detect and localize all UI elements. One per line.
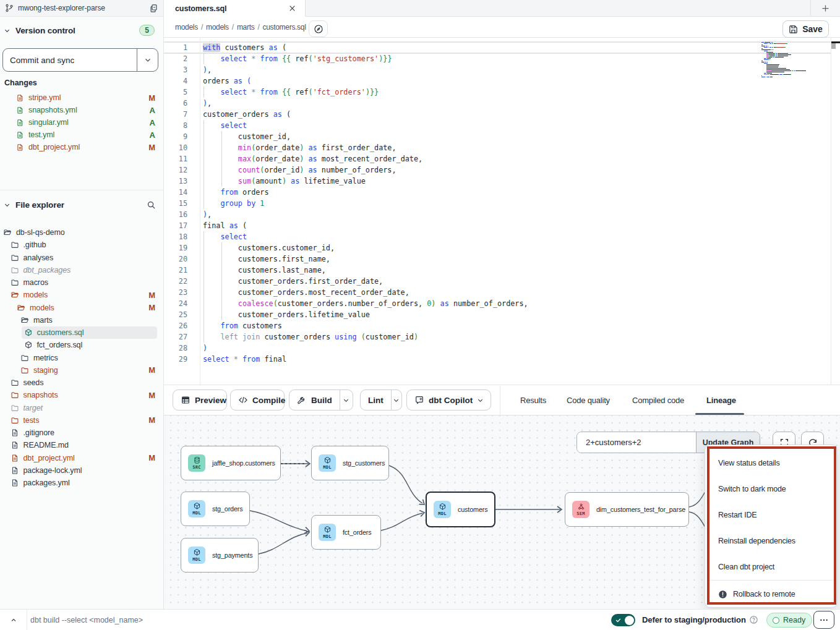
minimap-bar — [769, 59, 770, 60]
code-line-11: 11 max(order_date) as most_recent_order_… — [164, 153, 831, 164]
lineage-edge — [259, 533, 307, 554]
scrollbar-thumb[interactable] — [831, 43, 836, 49]
tree-item-db-sl-qs-demo[interactable]: db-sl-qs-demo — [0, 226, 163, 239]
code-line-13: 13 sum(amount) as lifetime_value — [164, 176, 831, 187]
lineage-node-stg_payments[interactable]: MDLstg_payments — [181, 538, 259, 573]
lineage-node-jaffle_shop.customers[interactable]: SRCjaffle_shop.customers — [181, 446, 281, 480]
tree-item-name: db-sl-qs-demo — [16, 228, 65, 237]
tree-item-fct_orders.sql[interactable]: fct_orders.sql — [0, 339, 163, 351]
code-line-20: 20 customers.first_name, — [164, 253, 831, 265]
line-number: 16 — [164, 209, 187, 220]
tree-item-models[interactable]: modelsM — [0, 289, 163, 301]
minimap-bar — [795, 70, 805, 71]
tree-item-models[interactable]: modelsM — [0, 302, 163, 314]
minimap-bar — [772, 47, 773, 48]
tree-item-tests[interactable]: testsM — [0, 414, 163, 427]
breadcrumb-item[interactable]: marts — [237, 23, 255, 32]
tree-item-macros[interactable]: macros — [0, 276, 163, 289]
folder-icon — [20, 354, 29, 362]
command-input[interactable]: dbt build --select <model_name> — [30, 610, 143, 630]
code-line-28: 28) — [164, 343, 831, 354]
dbt-copilot-button[interactable]: dbt Copilot — [406, 389, 491, 411]
tab-compiled-code[interactable]: Compiled code — [632, 386, 684, 415]
tree-item-staging[interactable]: stagingM — [0, 364, 163, 377]
code-line-10: 10 min(order_date) as first_order_date, — [164, 142, 831, 153]
menu-item-restart-ide[interactable]: Restart IDE — [706, 502, 836, 528]
tree-item-customers.sql[interactable]: customers.sql — [0, 326, 163, 339]
build-button[interactable]: Build — [289, 389, 353, 411]
commit-and-sync-button: Commit and sync — [2, 48, 158, 72]
lineage-node-stg_orders[interactable]: MDLstg_orders — [181, 492, 250, 526]
breadcrumb-item[interactable]: models — [206, 23, 229, 32]
code-editor[interactable]: 1with customers as (2 select * from {{ r… — [164, 38, 840, 385]
lint-button[interactable]: Lint — [360, 389, 402, 411]
tree-item-marts[interactable]: marts — [0, 314, 163, 326]
tree-item-seeds[interactable]: seeds — [0, 377, 163, 389]
minimap-bar — [770, 77, 773, 77]
tree-item-dbt_packages[interactable]: dbt_packages — [0, 264, 163, 276]
code-line-8: 8 select — [164, 120, 831, 131]
mdl-badge: MDL — [319, 524, 336, 541]
tree-item-package-lock.yml[interactable]: package-lock.yml — [0, 464, 163, 477]
commit-and-sync-main[interactable]: Commit and sync — [3, 49, 137, 71]
changed-file-test.yml[interactable]: test.ymlA — [0, 129, 163, 141]
breadcrumb-row: models/models/marts/customers.sql Save — [164, 17, 840, 38]
menu-item-view-status-details[interactable]: View status details — [706, 450, 836, 476]
tree-item-.github[interactable]: .github — [0, 239, 163, 251]
toolbar-button-label: Compile — [252, 396, 285, 405]
defer-toggle[interactable] — [611, 614, 635, 626]
changed-file-singular.yml[interactable]: singular.ymlA — [0, 116, 163, 129]
preview-button[interactable]: Preview — [173, 389, 227, 411]
tree-item-target[interactable]: target — [0, 402, 163, 414]
copy-icon[interactable] — [149, 4, 158, 13]
tree-item-metrics[interactable]: metrics — [0, 352, 163, 364]
open-in-explorer-button[interactable] — [309, 20, 328, 37]
menu-item-switch-to-dark-mode[interactable]: Switch to dark mode — [706, 476, 836, 502]
graph-search-input[interactable]: 2+customers+2 — [577, 432, 696, 453]
lineage-node-dim_customers_test_for_parse[interactable]: SEMdim_customers_test_for_parse — [565, 492, 689, 527]
new-tab-button[interactable] — [810, 0, 840, 16]
compile-button[interactable]: Compile — [230, 389, 285, 411]
commit-dropdown-button[interactable] — [137, 49, 158, 71]
menu-item-reinstall-dependencies[interactable]: Reinstall dependencies — [706, 528, 836, 554]
line-number: 3 — [164, 64, 187, 75]
menu-item-clean-dbt-project[interactable]: Clean dbt project — [706, 554, 836, 580]
search-icon[interactable] — [147, 200, 156, 210]
tab-code-quality[interactable]: Code quality — [567, 386, 610, 415]
more-options-button[interactable] — [813, 611, 834, 629]
close-icon[interactable] — [288, 4, 296, 12]
tab-lineage[interactable]: Lineage — [706, 386, 736, 415]
tree-item-name: macros — [24, 278, 48, 287]
file-explorer-header[interactable]: File explorer — [0, 199, 163, 210]
tree-item-dbt_project.yml[interactable]: dbt_project.ymlM — [0, 452, 163, 464]
collapse-panel-button[interactable] — [6, 613, 21, 627]
build-dropdown[interactable] — [340, 390, 353, 410]
tab-results[interactable]: Results — [520, 386, 546, 415]
tree-item-snapshots[interactable]: snapshotsM — [0, 389, 163, 401]
breadcrumb-item[interactable]: customers.sql — [262, 23, 306, 32]
minimap-bar — [771, 49, 773, 50]
breadcrumb-item[interactable]: models — [175, 23, 198, 32]
minimap-bar — [775, 57, 784, 57]
menu-item-rollback-to-remote[interactable]: Rollback to remote — [706, 581, 836, 607]
lint-dropdown[interactable] — [391, 390, 401, 410]
toolbar-button-label: Build — [311, 396, 332, 405]
node-label: jaffle_shop.customers — [212, 459, 275, 467]
tree-item-README.md[interactable]: README.md — [0, 439, 163, 451]
changed-file-dbt_project.yml[interactable]: dbt_project.ymlM — [0, 141, 163, 153]
lineage-node-fct_orders[interactable]: MDLfct_orders — [311, 515, 381, 550]
tree-item-packages.yml[interactable]: packages.yml — [0, 477, 163, 489]
file-icon — [16, 143, 24, 151]
lineage-node-customers[interactable]: MDLcustomers — [426, 492, 495, 527]
tree-item-.gitignore[interactable]: .gitignore — [0, 427, 163, 439]
tab-customers-sql[interactable]: customers.sql — [164, 0, 306, 17]
tree-item-analyses[interactable]: analyses — [0, 252, 163, 264]
lineage-node-stg_customers[interactable]: MDLstg_customers — [311, 446, 389, 480]
version-control-header[interactable]: Version control 5 — [0, 25, 163, 36]
help-icon[interactable] — [749, 615, 758, 624]
changed-file-snapshots.yml[interactable]: snapshots.ymlA — [0, 104, 163, 116]
minimap-bar — [776, 47, 784, 48]
save-button[interactable]: Save — [782, 20, 829, 38]
node-label: stg_customers — [343, 459, 385, 467]
changed-file-stripe.yml[interactable]: stripe.ymlM — [0, 92, 163, 104]
